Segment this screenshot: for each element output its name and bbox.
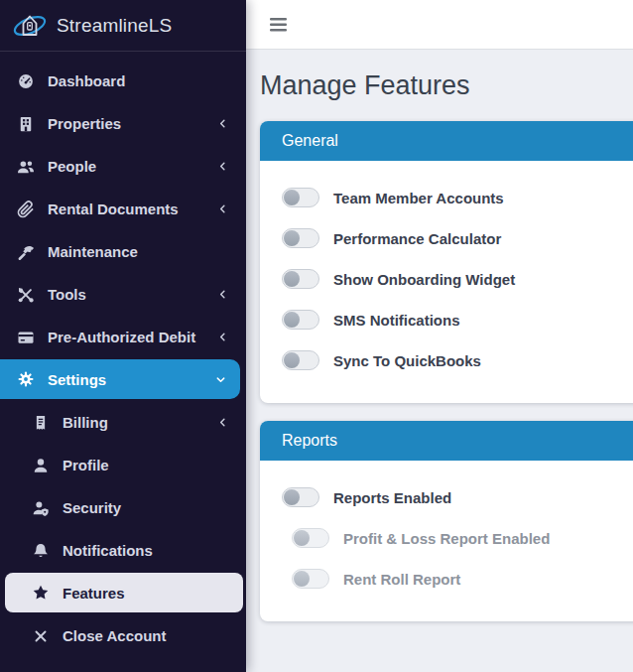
toggle-row-sms-notifications: SMS Notifications: [282, 307, 623, 333]
toggle-performance-calculator[interactable]: [282, 228, 319, 248]
page-title: Manage Features: [260, 70, 633, 101]
hammer-icon: [16, 242, 36, 262]
toggle-profit-loss-report-enabled: [292, 528, 329, 548]
toggle-row-rent-roll-report: Rent Roll Report: [292, 566, 623, 592]
section-general: General Team Member Accounts Performance…: [260, 121, 633, 403]
hamburger-menu-button[interactable]: [270, 17, 290, 33]
section-reports: Reports Reports Enabled Profit & Loss Re…: [260, 421, 633, 621]
app-logo[interactable]: StreamlineLS: [0, 0, 246, 52]
toggle-row-reports-enabled: Reports Enabled: [282, 484, 623, 510]
toggle-show-onboarding-widget[interactable]: [282, 269, 319, 289]
toggle-row-sync-to-quickbooks: Sync To QuickBooks: [282, 347, 623, 373]
user-icon: [31, 456, 51, 475]
sidebar-item-security[interactable]: Security: [0, 486, 246, 529]
sidebar-item-pre-authorized-debit[interactable]: Pre-Authorized Debit: [0, 316, 246, 358]
sidebar-item-features[interactable]: Features: [5, 573, 243, 612]
sidebar-item-dashboard[interactable]: Dashboard: [0, 60, 246, 102]
toggle-knob: [294, 530, 310, 546]
toggle-row-profit-loss-report-enabled: Profit & Loss Report Enabled: [292, 525, 623, 551]
toggle-knob: [284, 190, 300, 205]
gauge-icon: [16, 71, 36, 91]
sidebar-item-maintenance[interactable]: Maintenance: [0, 230, 246, 273]
toggle-sms-notifications[interactable]: [282, 310, 319, 330]
toggle-rent-roll-report: [292, 569, 329, 589]
users-icon: [16, 157, 36, 177]
content: Manage Features General Team Member Acco…: [246, 70, 633, 621]
chevron-left-icon: [216, 332, 228, 342]
chevron-left-icon: [216, 417, 228, 428]
toggle-row-show-onboarding-widget: Show Onboarding Widget: [282, 266, 623, 292]
sidebar-item-notifications[interactable]: Notifications: [0, 529, 246, 572]
toggle-knob: [284, 230, 300, 246]
section-header: General: [260, 121, 633, 161]
toggle-knob: [284, 352, 300, 368]
toggle-row-team-member-accounts: Team Member Accounts: [282, 185, 623, 210]
paperclip-icon: [16, 200, 36, 219]
sidebar-item-close-account[interactable]: Close Account: [0, 614, 246, 657]
tools-icon: [16, 285, 36, 305]
toggle-team-member-accounts[interactable]: [282, 188, 319, 207]
toggle-reports-enabled[interactable]: [282, 487, 319, 507]
sidebar-item-settings[interactable]: Settings: [0, 359, 240, 399]
chevron-left-icon: [216, 289, 228, 300]
user-shield-icon: [31, 498, 51, 518]
toggle-sync-to-quickbooks[interactable]: [282, 350, 319, 370]
sidebar-item-billing[interactable]: Billing: [0, 401, 246, 444]
sidebar-item-properties[interactable]: Properties: [0, 102, 246, 145]
receipt-icon: [31, 413, 51, 433]
chevron-left-icon: [216, 161, 228, 172]
close-icon: [31, 626, 51, 646]
toggle-knob: [284, 312, 300, 328]
sidebar: StreamlineLS Dashboard Properties People…: [0, 0, 246, 672]
chevron-down-icon: [214, 374, 226, 385]
toggle-knob: [284, 271, 300, 287]
building-icon: [16, 114, 36, 134]
sections-container: General Team Member Accounts Performance…: [260, 121, 633, 621]
app-name: StreamlineLS: [57, 15, 172, 37]
credit-card-icon: [16, 328, 36, 347]
bell-icon: [31, 541, 51, 561]
sidebar-nav: Dashboard Properties People Rental Docum…: [0, 52, 246, 657]
toggle-row-performance-calculator: Performance Calculator: [282, 225, 623, 251]
app-logo-icon: [12, 8, 48, 44]
main-area: Manage Features General Team Member Acco…: [246, 0, 633, 672]
star-icon: [31, 583, 51, 603]
hamburger-icon: [270, 18, 287, 32]
sidebar-item-people[interactable]: People: [0, 145, 246, 188]
toggle-knob: [284, 489, 300, 505]
topbar: [246, 0, 633, 50]
gear-icon: [16, 369, 36, 389]
sidebar-item-profile[interactable]: Profile: [0, 444, 246, 486]
toggle-knob: [294, 571, 310, 587]
sidebar-item-rental-documents[interactable]: Rental Documents: [0, 188, 246, 230]
chevron-left-icon: [216, 203, 228, 214]
section-header: Reports: [260, 421, 633, 461]
chevron-left-icon: [216, 118, 228, 129]
sidebar-item-tools[interactable]: Tools: [0, 273, 246, 316]
